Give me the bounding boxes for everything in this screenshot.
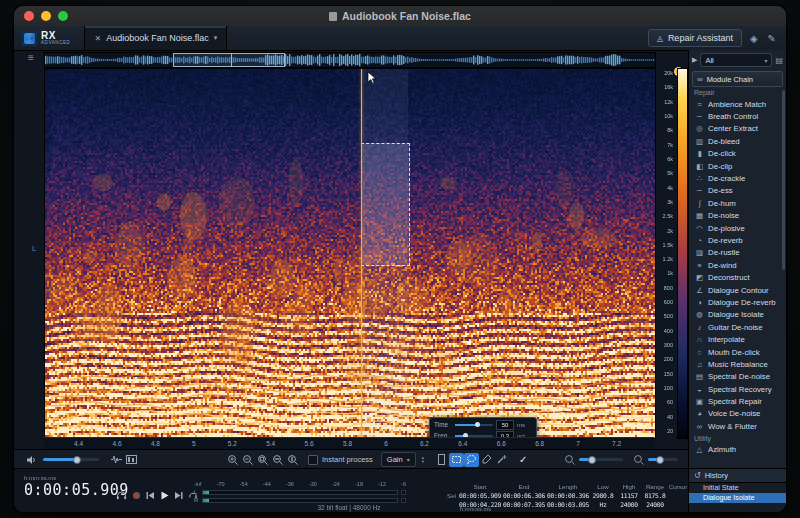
selection-value[interactable]: 00:00:05.909 xyxy=(458,491,502,500)
module-item-music-rebalance[interactable]: ♫Music Rebalance xyxy=(689,358,786,370)
zoom-in-icon[interactable] xyxy=(225,453,240,467)
time-frequency-selection-tool-icon[interactable] xyxy=(449,453,464,467)
vertical-zoom-icon[interactable] xyxy=(631,453,646,467)
close-window-button[interactable] xyxy=(24,11,34,21)
module-item-spectral-recovery[interactable]: ◒Spectral Recovery xyxy=(689,383,786,395)
spectrogram[interactable]: Time 50 ms Freq 0.3 oct xyxy=(44,68,656,439)
zoom-horizontal-icon[interactable] xyxy=(270,453,285,467)
module-item-de-crackle[interactable]: ∴De-crackle xyxy=(689,172,786,184)
mode-spinner[interactable]: ▴▾ xyxy=(422,456,424,463)
module-item-spectral-de-noise[interactable]: ▤Spectral De-noise xyxy=(689,371,786,383)
time-selection-tool-icon[interactable] xyxy=(434,453,449,467)
module-item-interpolate[interactable]: ∩Interpolate xyxy=(689,333,786,345)
selection-value[interactable]: 24000 xyxy=(616,500,642,509)
play-button[interactable] xyxy=(160,491,169,500)
amplitude-color-legend[interactable] xyxy=(677,68,688,439)
tab-caret-icon[interactable]: ▾ xyxy=(214,34,218,42)
playhead[interactable] xyxy=(361,69,362,438)
module-item-de-noise[interactable]: ▦De-noise xyxy=(689,210,786,222)
monitor-headphones-icon[interactable] xyxy=(116,490,127,500)
commit-selection-icon[interactable]: ✓ xyxy=(519,454,527,465)
file-tab[interactable]: ✕ Audiobook Fan Noise.flac ▾ xyxy=(84,26,227,50)
module-section-label: Repair xyxy=(689,87,786,98)
vertical-zoom-slider[interactable] xyxy=(648,458,678,461)
history-item-dialogue-isolate[interactable]: Dialogue Isolate xyxy=(689,493,786,503)
horizontal-zoom-icon[interactable] xyxy=(562,453,577,467)
clip-indicator-left[interactable] xyxy=(401,490,406,495)
hand-tool-icon[interactable]: ◈ xyxy=(750,33,758,44)
display-spectrogram-icon[interactable] xyxy=(124,453,139,467)
magic-wand-tool-icon[interactable] xyxy=(494,453,509,467)
monitor-volume-slider[interactable] xyxy=(43,458,99,461)
module-item-dialogue-isolate[interactable]: ◍Dialogue Isolate xyxy=(689,309,786,321)
zoom-window-button[interactable] xyxy=(58,11,68,21)
module-item-voice-de-noise[interactable]: ◕Voice De-noise xyxy=(689,408,786,420)
zoom-out-icon[interactable] xyxy=(240,453,255,467)
module-item-wow-flutter[interactable]: ∞Wow & Flutter xyxy=(689,420,786,432)
module-item-deconstruct[interactable]: ◩Deconstruct xyxy=(689,271,786,283)
brush-selection-tool-icon[interactable] xyxy=(479,453,494,467)
module-item-guitar-de-noise[interactable]: ♪Guitar De-noise xyxy=(689,321,786,333)
module-item-de-plosive[interactable]: ◠De-plosive xyxy=(689,222,786,234)
minimize-window-button[interactable] xyxy=(41,11,51,21)
modules-scrollbar[interactable] xyxy=(782,90,785,270)
module-item-de-rustle[interactable]: ▨De-rustle xyxy=(689,247,786,259)
hud-time-value[interactable]: 50 xyxy=(496,420,514,430)
selection-value[interactable]: Hz xyxy=(590,500,616,509)
selection-value[interactable]: 2980.8 xyxy=(590,491,616,500)
module-item-de-wind[interactable]: ≡De-wind xyxy=(689,259,786,271)
module-item-de-hum[interactable]: ∫De-hum xyxy=(689,197,786,209)
speaker-icon[interactable] xyxy=(24,453,39,467)
selection-value[interactable]: 00:00:00.396 xyxy=(546,491,590,500)
filter-icon[interactable]: ▤ xyxy=(775,56,783,65)
go-to-start-button[interactable] xyxy=(146,491,155,500)
time-frequency-selection[interactable] xyxy=(361,143,410,266)
module-item-azimuth[interactable]: △Azimuth xyxy=(689,444,786,456)
record-button[interactable] xyxy=(132,491,141,500)
module-item-de-click[interactable]: ▮De-click xyxy=(689,148,786,160)
module-filter-dropdown[interactable]: All ▾ xyxy=(700,53,772,67)
hud-time-slider[interactable] xyxy=(455,424,493,426)
display-waveform-icon[interactable] xyxy=(109,453,124,467)
selection-value[interactable] xyxy=(668,500,688,509)
lasso-selection-tool-icon[interactable] xyxy=(464,453,479,467)
module-item-de-ess[interactable]: ∽De-ess xyxy=(689,185,786,197)
module-item-spectral-repair[interactable]: ▣Spectral Repair xyxy=(689,395,786,407)
selection-value[interactable]: 00:00:06.306 xyxy=(502,491,546,500)
menu-icon[interactable]: ≡ xyxy=(28,52,34,63)
module-item-breath-control[interactable]: ∼Breath Control xyxy=(689,110,786,122)
overview-view-region[interactable] xyxy=(173,53,285,67)
instant-process-mode-dropdown[interactable]: Gain ▾ xyxy=(381,452,416,467)
selection-value[interactable]: 11157 xyxy=(616,491,642,500)
go-to-end-button[interactable] xyxy=(174,491,183,500)
module-item-ambience-match[interactable]: ≈Ambience Match xyxy=(689,98,786,110)
module-item-de-bleed[interactable]: ▥De-bleed xyxy=(689,135,786,147)
module-item-center-extract[interactable]: ◎Center Extract xyxy=(689,123,786,135)
pen-tool-icon[interactable]: ✎ xyxy=(768,33,776,44)
module-item-mouth-de-click[interactable]: ○Mouth De-click xyxy=(689,346,786,358)
instant-process-checkbox[interactable]: Instant process xyxy=(308,455,373,465)
selection-value[interactable]: 00:00:07.395 xyxy=(502,500,546,509)
repair-assistant-button[interactable]: ◬ Repair Assistant xyxy=(648,29,742,47)
selection-time-format[interactable]: h:mm:ss.ms xyxy=(460,506,491,512)
module-item-dialogue-contour[interactable]: ∠Dialogue Contour xyxy=(689,284,786,296)
selection-value[interactable]: 8175.8 xyxy=(642,491,668,500)
selection-value[interactable]: 24000 xyxy=(642,500,668,509)
horizontal-zoom-slider[interactable] xyxy=(579,458,623,461)
selection-value[interactable]: 00:00:03.095 xyxy=(546,500,590,509)
module-item-dialogue-de-reverb[interactable]: ◑Dialogue De-reverb xyxy=(689,296,786,308)
module-chain-button[interactable]: ∞ Module Chain xyxy=(692,71,783,87)
history-item-initial-state[interactable]: Initial State xyxy=(689,483,786,493)
spectral-repair-icon: ▣ xyxy=(695,397,704,406)
tab-close-icon[interactable]: ✕ xyxy=(94,34,101,43)
playhead-time-readout[interactable]: 0:00:05.909 xyxy=(24,481,129,499)
preview-icon[interactable]: ▶ xyxy=(692,56,697,64)
waveform-overview[interactable] xyxy=(44,52,656,68)
module-item-de-clip[interactable]: ◧De-clip xyxy=(689,160,786,172)
clip-indicator-right[interactable] xyxy=(401,498,406,503)
zoom-vertical-icon[interactable] xyxy=(285,453,300,467)
checkbox-icon[interactable] xyxy=(308,455,318,465)
module-item-de-reverb[interactable]: ◔De-reverb xyxy=(689,234,786,246)
zoom-selection-icon[interactable] xyxy=(255,453,270,467)
selection-value[interactable] xyxy=(668,491,688,500)
